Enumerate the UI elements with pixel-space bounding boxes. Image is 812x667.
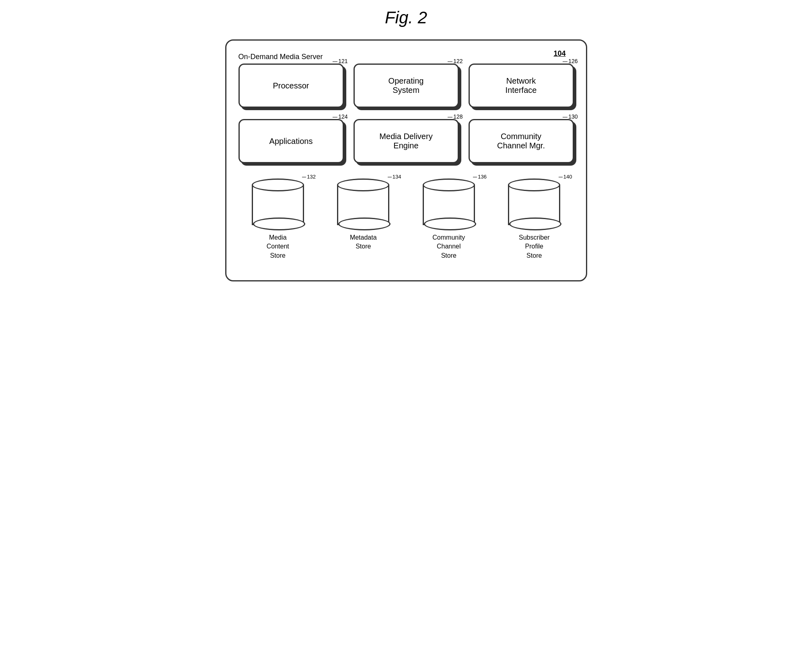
ccs-top xyxy=(423,179,475,191)
mde-box: Media DeliveryEngine xyxy=(354,119,459,163)
processor-wrapper: 121 Processor xyxy=(238,64,344,108)
mcs-ref: 132 xyxy=(302,174,316,180)
component-row-2: 124 Applications 128 Media DeliveryEngin… xyxy=(238,119,574,163)
server-ref-num: 104 xyxy=(553,49,565,58)
sps-label: SubscriberProfileStore xyxy=(519,233,549,260)
ccm-box: CommunityChannel Mgr. xyxy=(469,119,574,163)
network-wrapper: 126 NetworkInterface xyxy=(469,64,574,108)
processor-box: Processor xyxy=(238,64,344,108)
metadata-store-cylinder xyxy=(337,179,389,225)
community-channel-store-wrapper: 136 CommunityChannelStore xyxy=(409,179,489,260)
processor-label: Processor xyxy=(273,81,309,90)
ms-top xyxy=(337,179,389,191)
ccs-label: CommunityChannelStore xyxy=(432,233,465,260)
os-label: OperatingSystem xyxy=(389,76,424,95)
subscriber-profile-store-wrapper: 140 SubscriberProfileStore xyxy=(495,179,574,260)
component-row-1: 121 Processor 122 OperatingSystem 126 Ne… xyxy=(238,64,574,108)
mcs-bottom xyxy=(253,218,305,230)
media-content-store-cylinder xyxy=(252,179,304,225)
databases-section: 132 MediaContentStore 134 xyxy=(238,174,574,264)
applications-box: Applications xyxy=(238,119,344,163)
metadata-store-wrapper: 134 MetadataStore xyxy=(324,179,403,260)
sps-ref: 140 xyxy=(559,174,572,180)
mcs-label: MediaContentStore xyxy=(267,233,289,260)
ccm-label: CommunityChannel Mgr. xyxy=(497,132,545,150)
applications-wrapper: 124 Applications xyxy=(238,119,344,163)
network-label: NetworkInterface xyxy=(506,76,537,95)
page-container: Fig. 2 On-Demand Media Server 104 121 Pr… xyxy=(225,8,587,281)
community-channel-store-cylinder xyxy=(423,179,475,225)
subscriber-profile-store-cylinder xyxy=(508,179,560,225)
ms-bottom xyxy=(338,218,391,230)
mcs-top xyxy=(252,179,304,191)
ccm-wrapper: 130 CommunityChannel Mgr. xyxy=(469,119,574,163)
applications-label: Applications xyxy=(269,137,313,146)
diagram-outer: On-Demand Media Server 104 121 Processor… xyxy=(225,39,587,281)
mde-label: Media DeliveryEngine xyxy=(379,132,432,150)
ccs-ref: 136 xyxy=(473,174,487,180)
figure-title: Fig. 2 xyxy=(225,8,587,27)
mde-wrapper: 128 Media DeliveryEngine xyxy=(354,119,459,163)
os-box: OperatingSystem xyxy=(354,64,459,108)
os-wrapper: 122 OperatingSystem xyxy=(354,64,459,108)
sps-bottom xyxy=(509,218,561,230)
network-box: NetworkInterface xyxy=(469,64,574,108)
server-label: On-Demand Media Server xyxy=(238,53,323,61)
ms-label: MetadataStore xyxy=(350,233,377,251)
media-content-store-wrapper: 132 MediaContentStore xyxy=(238,179,318,260)
ccs-bottom xyxy=(424,218,476,230)
ms-ref: 134 xyxy=(388,174,401,180)
sps-top xyxy=(508,179,560,191)
